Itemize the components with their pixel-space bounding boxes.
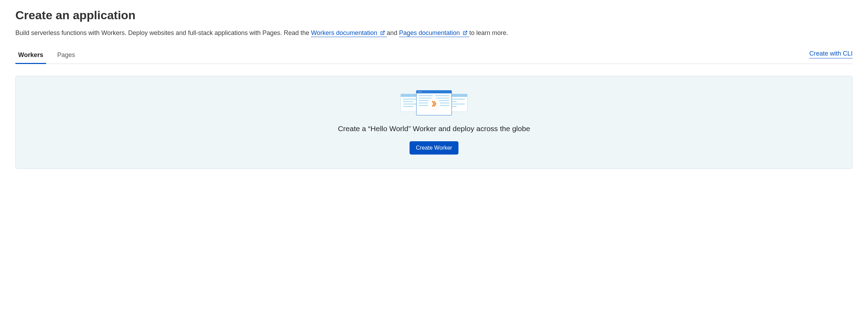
create-worker-button[interactable]: Create Worker — [410, 141, 458, 155]
workers-logo-icon — [428, 98, 440, 110]
svg-line-1 — [465, 31, 467, 33]
page-description: Build serverless functions with Workers.… — [15, 28, 853, 38]
pages-doc-link-text: Pages documentation — [399, 29, 460, 36]
svg-line-0 — [382, 31, 384, 33]
tab-pages[interactable]: Pages — [55, 48, 78, 64]
hero-headline: Create a “Hello World” Worker and deploy… — [338, 124, 530, 133]
description-text-1: Build serverless functions with Workers.… — [15, 29, 311, 36]
tab-row: Workers Pages Create with CLI — [15, 48, 853, 64]
tab-workers[interactable]: Workers — [15, 48, 46, 64]
external-link-icon — [463, 29, 468, 34]
pages-documentation-link[interactable]: Pages documentation — [399, 29, 469, 37]
hero-panel: Create a “Hello World” Worker and deploy… — [15, 76, 853, 169]
page-title: Create an application — [15, 8, 853, 22]
tabs: Workers Pages — [15, 48, 78, 64]
create-with-cli-link[interactable]: Create with CLI — [809, 50, 853, 58]
description-text-2: and — [387, 29, 399, 36]
workers-illustration — [399, 89, 469, 117]
workers-doc-link-text: Workers documentation — [311, 29, 377, 36]
description-text-3: to learn more. — [469, 29, 508, 36]
workers-documentation-link[interactable]: Workers documentation — [311, 29, 387, 37]
external-link-icon — [380, 29, 385, 34]
